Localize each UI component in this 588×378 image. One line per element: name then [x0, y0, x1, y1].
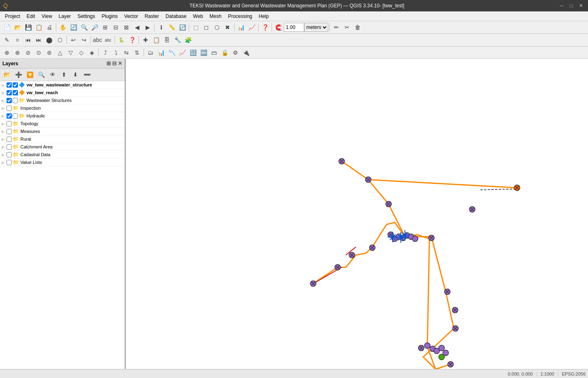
- layer-item-rural[interactable]: ▶📁Rural: [0, 135, 125, 143]
- label-btn[interactable]: abc: [93, 35, 102, 45]
- stats-btn[interactable]: 📈: [247, 22, 256, 32]
- menu-database[interactable]: Database: [162, 13, 190, 20]
- select-poly-btn[interactable]: ⬡: [212, 22, 222, 32]
- t3-17[interactable]: 📈: [177, 48, 187, 57]
- layer-item-topology[interactable]: ▶📁Topology: [0, 120, 125, 128]
- zoom-prev-btn[interactable]: ◀: [132, 22, 142, 32]
- t3-20[interactable]: 🗃: [209, 48, 219, 57]
- table-btn[interactable]: 📋: [151, 35, 161, 45]
- redo-btn[interactable]: ↪: [79, 35, 89, 45]
- close-button[interactable]: ✕: [577, 2, 585, 9]
- pan-map-btn[interactable]: 🔄: [69, 22, 78, 32]
- pan-btn[interactable]: ✋: [58, 22, 68, 32]
- print-btn[interactable]: 🖨: [44, 22, 54, 32]
- edit-t5[interactable]: ⬤: [44, 35, 54, 45]
- minimize-button[interactable]: ─: [558, 2, 565, 9]
- open-file-btn[interactable]: 📂: [13, 22, 22, 32]
- select-btn[interactable]: ⬚: [191, 22, 201, 32]
- t3-3[interactable]: ⊘: [23, 48, 33, 57]
- menu-edit[interactable]: Edit: [23, 13, 38, 20]
- label2-btn[interactable]: abc: [103, 35, 113, 45]
- digitize2-btn[interactable]: ✚: [141, 35, 150, 45]
- t3-18[interactable]: 🔣: [188, 48, 198, 57]
- deselect-btn[interactable]: ✖: [223, 22, 232, 32]
- t3-19[interactable]: 🔤: [199, 48, 208, 57]
- layer-item-inspection[interactable]: ▶📁Inspection: [0, 104, 125, 112]
- layer-expand-measures[interactable]: ▶: [2, 129, 7, 134]
- layer-visible-vw_tww_reach[interactable]: [13, 90, 18, 95]
- layers-tb-filter2[interactable]: 🔍: [36, 70, 46, 80]
- menu-settings[interactable]: Settings: [74, 13, 98, 20]
- layer-item-measures[interactable]: ▶📁Measures: [0, 128, 125, 135]
- save-btn[interactable]: 💾: [23, 22, 33, 32]
- t3-10[interactable]: ⤴: [100, 48, 110, 57]
- layer-check1-vw_tww_wastewater_structure[interactable]: [7, 82, 12, 88]
- menu-processing[interactable]: Processing: [225, 13, 255, 20]
- layer-expand-vw_tww_reach[interactable]: ▶: [2, 91, 7, 95]
- snapping-btn[interactable]: 🧲: [274, 22, 283, 32]
- layers-tb-filter[interactable]: 🔽: [25, 70, 35, 80]
- layer-item-catchment_area[interactable]: ▶📁Catchment Area: [0, 143, 125, 151]
- plugin-btn[interactable]: 🧩: [183, 35, 193, 45]
- menu-layer[interactable]: Layer: [55, 13, 74, 20]
- layer-expand-catchment_area[interactable]: ▶: [2, 145, 7, 149]
- open-attrib-btn[interactable]: 📊: [236, 22, 246, 32]
- t3-5[interactable]: ⊚: [44, 48, 54, 57]
- layer-expand-topology[interactable]: ▶: [2, 122, 7, 126]
- layer-expand-inspection[interactable]: ▶: [2, 106, 7, 111]
- t3-22[interactable]: ⚙: [230, 48, 240, 57]
- layers-tb-theme[interactable]: 👁: [48, 70, 57, 80]
- scale-input[interactable]: [284, 23, 304, 32]
- t3-8[interactable]: ◇: [76, 48, 86, 57]
- layer-check1-rural[interactable]: [7, 137, 12, 142]
- edit-btn[interactable]: ✂: [342, 22, 352, 32]
- edit-t1[interactable]: ✎: [2, 35, 12, 45]
- zoom-extent-btn[interactable]: ⊞: [100, 22, 110, 32]
- edit-t2[interactable]: ⌗: [13, 35, 22, 45]
- layer-check1-measures[interactable]: [7, 129, 12, 134]
- layers-tb-down[interactable]: ⬇: [71, 70, 80, 80]
- measure-btn[interactable]: 📏: [167, 22, 177, 32]
- zoom-selection-btn[interactable]: ⊟: [111, 22, 121, 32]
- menu-web[interactable]: Web: [190, 13, 206, 20]
- layers-close-icon[interactable]: ✕: [118, 60, 122, 66]
- db-btn[interactable]: 🗄: [162, 35, 172, 45]
- t3-6[interactable]: △: [55, 48, 65, 57]
- layer-item-hydraulic[interactable]: ▶📁Hydraulic: [0, 112, 125, 120]
- tools-btn[interactable]: 🔧: [172, 35, 182, 45]
- python-btn[interactable]: 🐍: [117, 35, 126, 45]
- edit-t6[interactable]: ⬡: [55, 35, 65, 45]
- layer-item-vw_tww_reach[interactable]: ▶🔶vw_tww_reach: [0, 89, 125, 97]
- layer-expand-wastewater_structures[interactable]: ▶: [2, 98, 7, 103]
- menu-vector[interactable]: Vector: [121, 13, 141, 20]
- t3-15[interactable]: 📊: [156, 48, 166, 57]
- zoom-next-btn[interactable]: ▶: [143, 22, 153, 32]
- layer-expand-rural[interactable]: ▶: [2, 137, 7, 141]
- layer-check1-value_lists[interactable]: [7, 160, 12, 165]
- layer-visible-vw_tww_wastewater_structure[interactable]: [13, 82, 18, 88]
- menu-project[interactable]: Project: [2, 13, 23, 20]
- t3-12[interactable]: ⇆: [122, 48, 131, 57]
- menu-view[interactable]: View: [38, 13, 55, 20]
- t3-23[interactable]: 🔌: [241, 48, 251, 57]
- layer-expand-cadastral_data[interactable]: ▶: [2, 153, 7, 157]
- t3-13[interactable]: ⇅: [132, 48, 142, 57]
- layers-expand-icon[interactable]: ⊞: [106, 60, 111, 66]
- layer-check1-hydraulic[interactable]: [7, 113, 12, 119]
- t3-7[interactable]: ▽: [66, 48, 75, 57]
- layer-expand-vw_tww_wastewater_structure[interactable]: ▶: [2, 83, 7, 87]
- zoom-in-btn[interactable]: 🔍: [79, 22, 89, 32]
- layers-tb-up[interactable]: ⬆: [59, 70, 69, 80]
- layer-check1-wastewater_structures[interactable]: [7, 98, 12, 103]
- refresh-btn[interactable]: 🔃: [177, 22, 187, 32]
- layer-expand-value_lists[interactable]: ▶: [2, 160, 7, 165]
- t3-2[interactable]: ⊗: [13, 48, 22, 57]
- undo-btn[interactable]: ↩: [69, 35, 78, 45]
- layer-check1-cadastral_data[interactable]: [7, 152, 12, 157]
- save-as-btn[interactable]: 📋: [34, 22, 44, 32]
- zoom-out-btn[interactable]: 🔎: [90, 22, 99, 32]
- help2-btn[interactable]: ❓: [127, 35, 137, 45]
- t3-9[interactable]: ◈: [87, 48, 97, 57]
- t3-1[interactable]: ⊕: [2, 48, 12, 57]
- edit-t4[interactable]: ⏭: [34, 35, 44, 45]
